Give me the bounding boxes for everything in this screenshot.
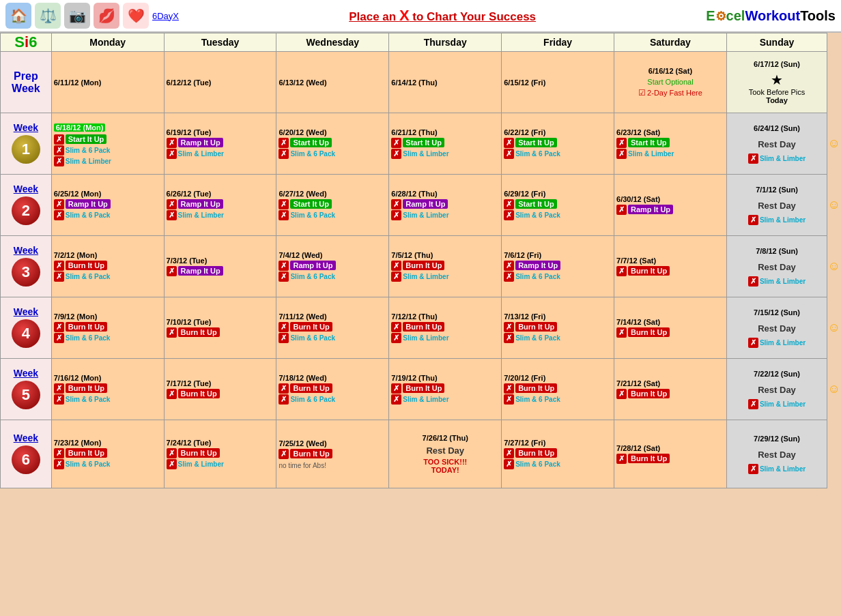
week3-sat: 7/7/12 (Sat) ✗ Burn It Up (614, 236, 727, 297)
prep-thu-date: 6/14/12 (Thu) (391, 78, 499, 87)
week2-fri: 6/29/12 (Fri) ✗ Start It Up ✗ Slim & 6 P… (502, 175, 614, 236)
week1-mon-w3: ✗ Slim & Limber (54, 156, 162, 166)
week1-sun: 6/24/12 (Sun) Rest Day ✗ Slim & Limber (726, 113, 827, 175)
prep-mon-date: 6/11/12 (Mon) (54, 78, 162, 87)
week4-sat: 7/14/12 (Sat) ✗ Burn It Up (614, 297, 727, 359)
week2-row: Week 2 6/25/12 (Mon) ✗ Ramp It Up ✗ Slim… (1, 175, 841, 236)
brand-logo: E⚙celWorkoutTools (706, 8, 836, 24)
prep-tue-date: 6/12/12 (Tue) (167, 78, 274, 87)
week2-link[interactable]: Week (1, 184, 51, 194)
prep-tue: 6/12/12 (Tue) (164, 52, 276, 113)
week3-fri: 7/6/12 (Fri) ✗ Ramp It Up ✗ Slim & 6 Pac… (502, 236, 614, 297)
week1-tue: 6/19/12 (Tue) ✗ Ramp It Up ✗ Slim & Limb… (164, 113, 276, 175)
took-before-pics: Took Before Pics (729, 88, 825, 96)
week4-link[interactable]: Week (1, 306, 51, 317)
lips-icon[interactable]: 💋 (94, 3, 119, 29)
week2-tue: 6/26/12 (Tue) ✗ Ramp It Up ✗ Slim & Limb… (164, 175, 276, 236)
week5-label: Week 5 (1, 359, 52, 420)
week6-thu-sick: TOO SICK!!! (391, 458, 499, 466)
week6-label: Week 6 (1, 420, 52, 488)
week6-row: Week 6 7/23/12 (Mon) ✗ Burn It Up ✗ Slim… (1, 420, 841, 488)
prep-fri-date: 6/15/12 (Fri) (504, 78, 612, 87)
week6-smiley (827, 420, 841, 488)
week1-wed: 6/20/12 (Wed) ✗ Start It Up ✗ Slim & 6 P… (276, 113, 389, 175)
week4-label: Week 4 (1, 297, 52, 359)
week6-sat: 7/28/12 (Sat) ✗ Burn It Up (614, 420, 727, 488)
week1-thu: 6/21/12 (Thu) ✗ Start It Up ✗ Slim & Lim… (389, 113, 502, 175)
week3-num: 3 (12, 258, 40, 287)
camera-icon[interactable]: 📷 (64, 3, 90, 29)
week5-thu: 7/19/12 (Thu) ✗ Burn It Up ✗ Slim & Limb… (389, 359, 502, 420)
si6-label: Si6 (14, 33, 37, 50)
week3-tue: 7/3/12 (Tue) ✗ Ramp It Up (164, 236, 276, 297)
prep-wed-date: 6/13/12 (Wed) (279, 78, 386, 87)
week2-label: Week 2 (1, 175, 52, 236)
sixdayx-link[interactable]: 6DayX (152, 11, 179, 21)
heart-icon[interactable]: ❤️ (123, 3, 149, 29)
week6-sun: 7/29/12 (Sun) Rest Day ✗ Slim & Limber (726, 420, 827, 488)
prep-mon: 6/11/12 (Mon) (51, 52, 164, 113)
week6-thu: 7/26/12 (Thu) Rest Day TOO SICK!!! TODAY… (389, 420, 502, 488)
col-tuesday: Tuesday (164, 33, 276, 52)
fast-here: ☑ 2-Day Fast Here (616, 88, 724, 98)
week3-wed: 7/4/12 (Wed) ✗ Ramp It Up ✗ Slim & 6 Pac… (276, 236, 389, 297)
prep-sat-date: 6/16/12 (Sat) (616, 67, 724, 75)
week1-fri: 6/22/12 (Fri) ✗ Start It Up ✗ Slim & 6 P… (502, 113, 614, 175)
week4-thu: 7/12/12 (Thu) ✗ Burn It Up ✗ Slim & Limb… (389, 297, 502, 359)
week1-mon-w1: ✗ Start It Up (54, 134, 162, 145)
week3-label: Week 3 (1, 236, 52, 297)
week4-fri: 7/13/12 (Fri) ✗ Burn It Up ✗ Slim & 6 Pa… (502, 297, 614, 359)
header-icons: 🏠 ⚖️ 📷 💋 ❤️ 6DayX (5, 3, 179, 29)
prep-week-label: PrepWeek (1, 52, 52, 113)
week5-wed: 7/18/12 (Wed) ✗ Burn It Up ✗ Slim & 6 Pa… (276, 359, 389, 420)
col-si6: Si6 (1, 33, 52, 52)
week6-wed: 7/25/12 (Wed) ✗ Burn It Up no time for A… (276, 420, 389, 488)
col-thursday: Thursday (389, 33, 502, 52)
col-friday: Friday (502, 33, 614, 52)
week4-num: 4 (12, 319, 40, 348)
col-monday: Monday (51, 33, 164, 52)
week4-smiley: ☺ (827, 297, 841, 359)
week4-sun: 7/15/12 (Sun) Rest Day ✗ Slim & Limber (726, 297, 827, 359)
prep-thu: 6/14/12 (Thu) (389, 52, 502, 113)
week3-link[interactable]: Week (1, 245, 51, 256)
week2-sun: 7/1/12 (Sun) Rest Day ✗ Slim & Limber (726, 175, 827, 236)
checkbox-icon[interactable]: ☑ (638, 88, 646, 98)
week5-mon: 7/16/12 (Mon) ✗ Burn It Up ✗ Slim & 6 Pa… (51, 359, 164, 420)
prep-wed: 6/13/12 (Wed) (276, 52, 389, 113)
week3-row: Week 3 7/2/12 (Mon) ✗ Burn It Up ✗ Slim … (1, 236, 841, 297)
week2-sat: 6/30/12 (Sat) ✗ Ramp It Up (614, 175, 727, 236)
week4-tue: 7/10/12 (Tue) ✗ Burn It Up (164, 297, 276, 359)
week6-tue: 7/24/12 (Tue) ✗ Burn It Up ✗ Slim & Limb… (164, 420, 276, 488)
week5-tue: 7/17/12 (Tue) ✗ Burn It Up (164, 359, 276, 420)
week1-mon: 6/18/12 (Mon) ✗ Start It Up ✗ Slim & 6 P… (51, 113, 164, 175)
week1-num: 1 (12, 135, 40, 164)
week6-thu-today: TODAY! (391, 466, 499, 474)
prep-fri: 6/15/12 (Fri) (502, 52, 614, 113)
header: 🏠 ⚖️ 📷 💋 ❤️ 6DayX Place an X to Chart Yo… (0, 0, 841, 33)
home-icon[interactable]: 🏠 (5, 3, 31, 29)
week1-row: Week 1 6/18/12 (Mon) ✗ Start It Up ✗ Sli… (1, 113, 841, 175)
week1-mon-date: 6/18/12 (Mon) (54, 123, 106, 132)
week6-link[interactable]: Week (1, 432, 51, 443)
week5-smiley: ☺ (827, 359, 841, 420)
col-sunday: Sunday (726, 33, 827, 52)
week1-mon-w2: ✗ Slim & 6 Pack (54, 145, 162, 156)
header-tagline: Place an X to Chart Your Success (183, 7, 702, 25)
week4-wed: 7/11/12 (Wed) ✗ Burn It Up ✗ Slim & 6 Pa… (276, 297, 389, 359)
week2-mon: 6/25/12 (Mon) ✗ Ramp It Up ✗ Slim & 6 Pa… (51, 175, 164, 236)
week6-fri: 7/27/12 (Fri) ✗ Burn It Up ✗ Slim & 6 Pa… (502, 420, 614, 488)
prep-sun-date: 6/17/12 (Sun) (729, 60, 825, 68)
prep-week-row: PrepWeek 6/11/12 (Mon) 6/12/12 (Tue) 6/1… (1, 52, 841, 113)
week6-wed-note: no time for Abs! (279, 462, 386, 469)
week1-label: Week 1 (1, 113, 52, 175)
week1-link[interactable]: Week (1, 122, 51, 133)
start-optional: Start Optional (616, 78, 724, 86)
week2-thu: 6/28/12 (Thu) ✗ Ramp It Up ✗ Slim & Limb… (389, 175, 502, 236)
scale-icon[interactable]: ⚖️ (35, 3, 61, 29)
col-wednesday: Wednesday (276, 33, 389, 52)
week5-link[interactable]: Week (1, 368, 51, 379)
week1-smiley: ☺ (827, 113, 841, 175)
today-label: Today (729, 96, 825, 104)
week4-row: Week 4 7/9/12 (Mon) ✗ Burn It Up ✗ Slim … (1, 297, 841, 359)
